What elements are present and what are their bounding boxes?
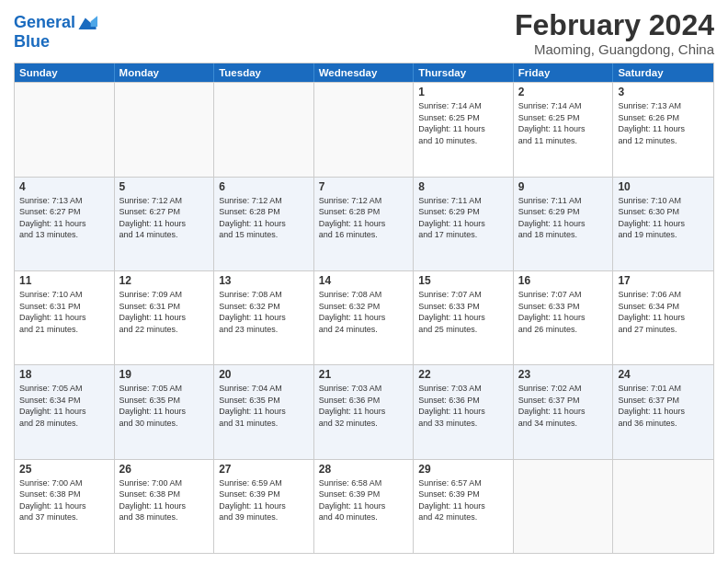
day-number: 13 — [219, 274, 309, 287]
day-number: 28 — [319, 463, 409, 476]
logo-line2: Blue — [14, 33, 97, 52]
day-number: 17 — [618, 274, 709, 287]
cell-detail: Sunrise: 7:12 AM Sunset: 6:28 PM Dayligh… — [319, 195, 409, 241]
header-day-wednesday: Wednesday — [314, 63, 415, 82]
calendar-body: 1Sunrise: 7:14 AM Sunset: 6:25 PM Daylig… — [15, 82, 713, 553]
day-cell-14: 14Sunrise: 7:08 AM Sunset: 6:32 PM Dayli… — [314, 271, 415, 364]
week-row-4: 25Sunrise: 7:00 AM Sunset: 6:38 PM Dayli… — [15, 459, 713, 553]
empty-cell — [613, 460, 713, 553]
empty-cell — [115, 83, 215, 176]
cell-detail: Sunrise: 7:13 AM Sunset: 6:27 PM Dayligh… — [19, 195, 109, 241]
day-number: 6 — [219, 180, 309, 193]
cell-detail: Sunrise: 7:06 AM Sunset: 6:34 PM Dayligh… — [618, 289, 709, 335]
calendar-header: SundayMondayTuesdayWednesdayThursdayFrid… — [15, 63, 713, 82]
header: General Blue February 2024 Maoming, Guan… — [14, 9, 714, 57]
day-cell-21: 21Sunrise: 7:03 AM Sunset: 6:36 PM Dayli… — [314, 365, 415, 458]
day-number: 24 — [618, 368, 709, 381]
logo: General Blue — [14, 13, 97, 52]
svg-marker-1 — [91, 16, 97, 27]
day-number: 9 — [518, 180, 609, 193]
week-row-1: 4Sunrise: 7:13 AM Sunset: 6:27 PM Daylig… — [15, 177, 713, 270]
day-cell-27: 27Sunrise: 6:59 AM Sunset: 6:39 PM Dayli… — [214, 460, 314, 553]
day-cell-3: 3Sunrise: 7:13 AM Sunset: 6:26 PM Daylig… — [613, 83, 713, 176]
cell-detail: Sunrise: 7:03 AM Sunset: 6:36 PM Dayligh… — [418, 383, 508, 429]
day-number: 2 — [518, 86, 609, 98]
day-cell-26: 26Sunrise: 7:00 AM Sunset: 6:38 PM Dayli… — [115, 460, 215, 553]
cell-detail: Sunrise: 7:14 AM Sunset: 6:25 PM Dayligh… — [518, 100, 609, 146]
month-year: February 2024 — [515, 9, 714, 41]
day-cell-16: 16Sunrise: 7:07 AM Sunset: 6:33 PM Dayli… — [514, 271, 614, 364]
week-row-0: 1Sunrise: 7:14 AM Sunset: 6:25 PM Daylig… — [15, 82, 713, 176]
cell-detail: Sunrise: 7:04 AM Sunset: 6:35 PM Dayligh… — [219, 383, 309, 429]
header-day-saturday: Saturday — [613, 63, 713, 82]
cell-detail: Sunrise: 6:58 AM Sunset: 6:39 PM Dayligh… — [319, 477, 409, 523]
empty-cell — [314, 83, 415, 176]
cell-detail: Sunrise: 7:03 AM Sunset: 6:36 PM Dayligh… — [319, 383, 409, 429]
logo-text: General — [14, 14, 75, 32]
week-row-2: 11Sunrise: 7:10 AM Sunset: 6:31 PM Dayli… — [15, 270, 713, 364]
empty-cell — [514, 460, 614, 553]
day-cell-1: 1Sunrise: 7:14 AM Sunset: 6:25 PM Daylig… — [414, 83, 514, 176]
cell-detail: Sunrise: 7:00 AM Sunset: 6:38 PM Dayligh… — [119, 477, 210, 523]
day-cell-5: 5Sunrise: 7:12 AM Sunset: 6:27 PM Daylig… — [115, 178, 215, 270]
logo-icon — [77, 13, 97, 33]
day-cell-15: 15Sunrise: 7:07 AM Sunset: 6:33 PM Dayli… — [414, 271, 514, 364]
cell-detail: Sunrise: 7:01 AM Sunset: 6:37 PM Dayligh… — [618, 383, 709, 429]
title-section: February 2024 Maoming, Guangdong, China — [515, 9, 714, 57]
day-cell-28: 28Sunrise: 6:58 AM Sunset: 6:39 PM Dayli… — [314, 460, 415, 553]
cell-detail: Sunrise: 7:08 AM Sunset: 6:32 PM Dayligh… — [219, 289, 309, 335]
logo-line1: General — [14, 13, 75, 31]
day-number: 10 — [618, 180, 709, 193]
cell-detail: Sunrise: 7:12 AM Sunset: 6:28 PM Dayligh… — [219, 195, 309, 241]
day-cell-29: 29Sunrise: 6:57 AM Sunset: 6:39 PM Dayli… — [414, 460, 514, 553]
header-day-tuesday: Tuesday — [214, 63, 314, 82]
cell-detail: Sunrise: 7:00 AM Sunset: 6:38 PM Dayligh… — [19, 477, 109, 523]
cell-detail: Sunrise: 7:07 AM Sunset: 6:33 PM Dayligh… — [518, 289, 609, 335]
day-cell-8: 8Sunrise: 7:11 AM Sunset: 6:29 PM Daylig… — [414, 178, 514, 270]
day-cell-25: 25Sunrise: 7:00 AM Sunset: 6:38 PM Dayli… — [15, 460, 115, 553]
day-number: 3 — [618, 86, 709, 98]
cell-detail: Sunrise: 7:08 AM Sunset: 6:32 PM Dayligh… — [319, 289, 409, 335]
day-cell-4: 4Sunrise: 7:13 AM Sunset: 6:27 PM Daylig… — [15, 178, 115, 270]
empty-cell — [214, 83, 314, 176]
day-cell-18: 18Sunrise: 7:05 AM Sunset: 6:34 PM Dayli… — [15, 365, 115, 458]
week-row-3: 18Sunrise: 7:05 AM Sunset: 6:34 PM Dayli… — [15, 364, 713, 458]
header-day-sunday: Sunday — [15, 63, 115, 82]
cell-detail: Sunrise: 7:05 AM Sunset: 6:35 PM Dayligh… — [119, 383, 210, 429]
day-number: 22 — [418, 368, 508, 381]
day-cell-9: 9Sunrise: 7:11 AM Sunset: 6:29 PM Daylig… — [514, 178, 614, 270]
cell-detail: Sunrise: 7:10 AM Sunset: 6:31 PM Dayligh… — [19, 289, 109, 335]
cell-detail: Sunrise: 7:09 AM Sunset: 6:31 PM Dayligh… — [119, 289, 210, 335]
day-number: 4 — [19, 180, 109, 193]
day-number: 16 — [518, 274, 609, 287]
day-number: 18 — [19, 368, 109, 381]
empty-cell — [15, 83, 115, 176]
day-number: 19 — [119, 368, 210, 381]
day-cell-11: 11Sunrise: 7:10 AM Sunset: 6:31 PM Dayli… — [15, 271, 115, 364]
day-number: 14 — [319, 274, 409, 287]
day-cell-19: 19Sunrise: 7:05 AM Sunset: 6:35 PM Dayli… — [115, 365, 215, 458]
day-number: 8 — [418, 180, 508, 193]
day-cell-24: 24Sunrise: 7:01 AM Sunset: 6:37 PM Dayli… — [613, 365, 713, 458]
cell-detail: Sunrise: 7:11 AM Sunset: 6:29 PM Dayligh… — [518, 195, 609, 241]
day-cell-22: 22Sunrise: 7:03 AM Sunset: 6:36 PM Dayli… — [414, 365, 514, 458]
day-number: 1 — [418, 86, 508, 98]
cell-detail: Sunrise: 7:14 AM Sunset: 6:25 PM Dayligh… — [418, 100, 508, 146]
cell-detail: Sunrise: 6:59 AM Sunset: 6:39 PM Dayligh… — [219, 477, 309, 523]
day-number: 20 — [219, 368, 309, 381]
day-number: 26 — [119, 463, 210, 476]
day-cell-2: 2Sunrise: 7:14 AM Sunset: 6:25 PM Daylig… — [514, 83, 614, 176]
day-number: 21 — [319, 368, 409, 381]
cell-detail: Sunrise: 7:07 AM Sunset: 6:33 PM Dayligh… — [418, 289, 508, 335]
day-number: 15 — [418, 274, 508, 287]
day-cell-23: 23Sunrise: 7:02 AM Sunset: 6:37 PM Dayli… — [514, 365, 614, 458]
day-number: 23 — [518, 368, 609, 381]
day-number: 29 — [418, 463, 508, 476]
day-number: 7 — [319, 180, 409, 193]
day-cell-12: 12Sunrise: 7:09 AM Sunset: 6:31 PM Dayli… — [115, 271, 215, 364]
calendar: SundayMondayTuesdayWednesdayThursdayFrid… — [14, 63, 714, 554]
day-cell-20: 20Sunrise: 7:04 AM Sunset: 6:35 PM Dayli… — [214, 365, 314, 458]
day-cell-13: 13Sunrise: 7:08 AM Sunset: 6:32 PM Dayli… — [214, 271, 314, 364]
cell-detail: Sunrise: 7:05 AM Sunset: 6:34 PM Dayligh… — [19, 383, 109, 429]
header-day-monday: Monday — [115, 63, 215, 82]
